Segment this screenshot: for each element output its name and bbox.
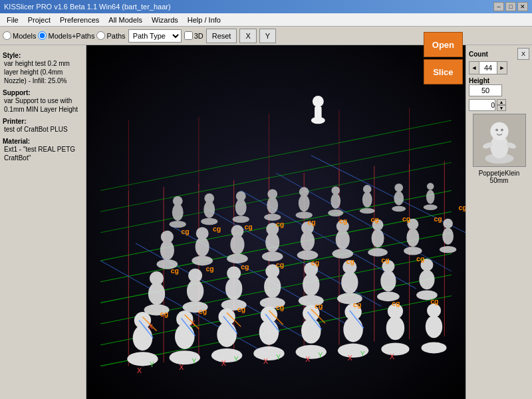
svg-text:X: X (305, 355, 310, 363)
menu-project[interactable]: Project (24, 15, 55, 25)
maximize-button[interactable]: □ (505, 2, 516, 11)
svg-point-81 (161, 231, 174, 243)
viewport[interactable]: X X X X X X X X X Y Y Y Y Y Y (86, 45, 466, 399)
count-input[interactable] (479, 62, 497, 74)
svg-text:Y: Y (150, 361, 154, 369)
svg-point-68 (303, 273, 319, 296)
svg-text:X: X (137, 366, 142, 374)
open-button[interactable]: Open (424, 32, 463, 57)
svg-point-104 (442, 227, 454, 244)
svg-point-87 (231, 225, 243, 237)
svg-point-129 (394, 184, 403, 192)
svg-point-108 (173, 196, 183, 206)
svg-text:cg: cg (308, 218, 316, 226)
svg-point-119 (299, 195, 310, 211)
svg-point-38 (217, 322, 237, 347)
svg-text:Y: Y (234, 355, 239, 363)
svg-text:cg: cg (434, 215, 442, 223)
svg-text:cg: cg (346, 257, 354, 265)
models-radio-label[interactable]: Models (3, 31, 36, 40)
svg-text:cg: cg (458, 203, 466, 211)
svg-text:X: X (390, 352, 394, 360)
svg-point-95 (336, 230, 350, 250)
svg-text:X: X (263, 357, 268, 365)
printer-value: test of CraftBot PLUS (4, 125, 83, 134)
3d-checkbox-label[interactable]: 3D (184, 31, 203, 40)
titlebar-controls: – □ ✕ (493, 2, 528, 11)
svg-point-124 (360, 208, 375, 213)
model-name: PoppetjeKlein 50mm (469, 170, 529, 184)
svg-point-111 (204, 194, 214, 203)
svg-point-63 (227, 267, 241, 281)
svg-point-86 (230, 235, 244, 255)
z-row: ▲ ▼ (469, 99, 529, 111)
models-paths-radio-label[interactable]: Models+Paths (38, 31, 94, 40)
svg-point-50 (386, 316, 404, 340)
svg-text:cg: cg (381, 256, 389, 264)
reset-button[interactable]: Reset (206, 29, 237, 43)
svg-text:Y: Y (360, 350, 365, 358)
svg-text:cg: cg (237, 305, 245, 313)
menu-file[interactable]: File (3, 15, 23, 25)
count-increment-button[interactable]: ► (497, 62, 507, 74)
svg-text:cg: cg (392, 299, 400, 307)
close-button[interactable]: ✕ (517, 2, 528, 11)
svg-text:cg: cg (353, 301, 361, 309)
menubar: File Project Preferences All Models Wiza… (0, 13, 532, 27)
svg-point-57 (150, 271, 164, 285)
3d-scene[interactable]: X X X X X X X X X Y Y Y Y Y Y (86, 45, 466, 399)
height-label: Height (469, 77, 529, 84)
menu-all-models[interactable]: All Models (104, 15, 146, 25)
svg-text:cg: cg (315, 302, 323, 310)
svg-text:X: X (348, 354, 352, 362)
svg-point-189 (313, 96, 324, 107)
svg-point-113 (235, 199, 247, 215)
svg-line-23 (100, 120, 452, 191)
z-input[interactable] (469, 99, 495, 111)
height-input[interactable] (469, 84, 502, 96)
svg-point-109 (201, 218, 217, 225)
count-spinner: ◄ ► (469, 61, 507, 74)
style-value: var height test 0.2 mm layer height (0.4… (4, 59, 83, 85)
material-label: Material: (3, 138, 83, 145)
svg-point-112 (233, 216, 249, 223)
model-thumbnail (473, 114, 526, 167)
svg-text:cg: cg (199, 307, 207, 315)
svg-text:Y: Y (276, 353, 281, 361)
y-button[interactable]: Y (259, 29, 276, 43)
slice-button[interactable]: Slice (424, 59, 463, 84)
z-section: ▲ ▼ (469, 99, 529, 111)
support-value: var Support to use with 0.1mm MIN Layer … (4, 96, 83, 114)
svg-point-41 (259, 320, 279, 345)
svg-point-97 (368, 248, 388, 257)
svg-text:X: X (179, 363, 184, 371)
svg-point-92 (301, 231, 315, 251)
menu-preferences[interactable]: Preferences (56, 15, 103, 25)
svg-point-127 (392, 206, 406, 211)
x-button[interactable]: X (239, 29, 256, 43)
count-decrement-button[interactable]: ◄ (469, 62, 479, 74)
svg-point-59 (187, 280, 203, 303)
z-decrement-button[interactable]: ▼ (497, 105, 506, 111)
count-close-button[interactable]: X (517, 48, 529, 60)
menu-wizards[interactable]: Wizards (148, 15, 182, 25)
models-radio[interactable] (3, 31, 11, 40)
svg-point-39 (218, 309, 235, 325)
svg-text:cg: cg (339, 217, 347, 225)
svg-point-44 (301, 319, 321, 344)
svg-point-80 (160, 240, 174, 260)
paths-radio-label[interactable]: Paths (96, 31, 125, 40)
titlebar-title: KISSlicer PRO v1.6 Beta 1.1 Win64 (bart_… (4, 3, 171, 11)
z-increment-button[interactable]: ▲ (497, 99, 506, 105)
svg-point-53 (426, 315, 442, 338)
3d-checkbox[interactable] (184, 31, 193, 40)
svg-point-35 (175, 324, 195, 349)
path-type-dropdown[interactable]: Path Type (128, 29, 182, 43)
minimize-button[interactable]: – (493, 2, 504, 11)
svg-point-103 (440, 246, 456, 253)
paths-radio[interactable] (96, 31, 105, 40)
menu-help[interactable]: Help / Info (184, 15, 225, 25)
models-paths-radio[interactable] (38, 31, 47, 40)
svg-text:cg: cg (402, 215, 410, 223)
svg-text:cg: cg (241, 263, 249, 271)
